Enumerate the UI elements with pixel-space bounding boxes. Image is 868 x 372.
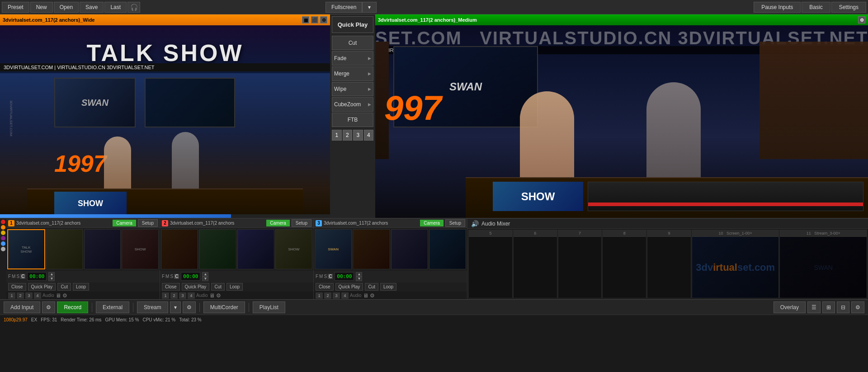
- stream-button[interactable]: Stream: [137, 301, 168, 313]
- cubezoom-button[interactable]: CubeZoom ▶: [332, 97, 373, 112]
- channel-3-thumb-2[interactable]: [353, 229, 390, 270]
- channel-1-settings-icon[interactable]: ⚙: [62, 292, 67, 299]
- fade-button[interactable]: Fade ▶: [332, 51, 373, 66]
- channel-1-setup-btn[interactable]: Setup: [138, 219, 158, 227]
- channel-3-thumb-1[interactable]: SWAN: [315, 229, 352, 270]
- channel-3-n4[interactable]: 4: [341, 292, 349, 299]
- channel-3-monitor-icon[interactable]: 🖥: [363, 292, 368, 299]
- channel-3-thumb-4[interactable]: [429, 229, 466, 270]
- open-button[interactable]: Open: [54, 2, 79, 13]
- last-button[interactable]: Last: [104, 2, 127, 13]
- multicorder-button[interactable]: MultiCorder: [203, 301, 245, 313]
- channel-3-n3[interactable]: 3: [333, 292, 340, 299]
- channel-1-thumb-1[interactable]: TALKSHOW: [7, 229, 45, 270]
- view-list-icon[interactable]: ☰: [807, 301, 821, 313]
- channel-1-n4[interactable]: 4: [34, 292, 41, 299]
- record-button[interactable]: Record: [57, 301, 88, 313]
- wipe-button[interactable]: Wipe ▶: [332, 82, 373, 96]
- channel-3-cut-btn[interactable]: Cut: [365, 283, 378, 291]
- channel-3-setup-btn[interactable]: Setup: [445, 219, 465, 227]
- add-input-button[interactable]: Add Input: [4, 301, 40, 313]
- channel-2-monitor-icon[interactable]: 🖥: [209, 292, 215, 299]
- channel-1-thumb-3[interactable]: [84, 229, 121, 270]
- channel-1-camera-btn[interactable]: Camera: [113, 220, 136, 226]
- view-grid-large-icon[interactable]: ⊟: [837, 301, 849, 313]
- channel-2-cut-btn[interactable]: Cut: [211, 283, 225, 291]
- channel-2-thumb-1[interactable]: [161, 229, 198, 270]
- channel-2-loop-btn[interactable]: Loop: [226, 283, 243, 291]
- save-button[interactable]: Save: [80, 2, 104, 13]
- channel-2-n2[interactable]: 2: [170, 292, 178, 299]
- channel-1-cut-btn[interactable]: Cut: [57, 283, 71, 291]
- color-purple[interactable]: [1, 236, 5, 240]
- channel-1-thumb-2[interactable]: [46, 229, 83, 270]
- playlist-button[interactable]: PlayList: [253, 301, 285, 313]
- channel-1-n1[interactable]: 1: [8, 292, 15, 299]
- channel-1-quickplay-btn[interactable]: Quick Play: [28, 283, 56, 291]
- fullscreen-button[interactable]: Fullscreen: [326, 2, 362, 13]
- channel-1-n2[interactable]: 2: [17, 292, 24, 299]
- channel-3-settings-icon[interactable]: ⚙: [370, 292, 375, 299]
- cut-button[interactable]: Cut: [332, 36, 373, 50]
- channel-3-tc-down[interactable]: ▼: [356, 277, 362, 281]
- headphone-button[interactable]: 🎧: [127, 2, 140, 13]
- channel-1-loop-btn[interactable]: Loop: [73, 283, 89, 291]
- overlay-button[interactable]: Overlay: [774, 301, 806, 313]
- view-settings-icon[interactable]: ⚙: [851, 301, 864, 313]
- num-4-button[interactable]: 4: [364, 130, 374, 141]
- color-orange[interactable]: [1, 225, 5, 230]
- stream-settings-icon[interactable]: ⚙: [183, 301, 196, 313]
- stream-arrow[interactable]: ▾: [170, 301, 181, 313]
- num-3-button[interactable]: 3: [353, 130, 363, 141]
- channel-2-thumb-2[interactable]: [199, 229, 236, 270]
- channel-2-n3[interactable]: 3: [179, 292, 186, 299]
- color-red[interactable]: [1, 220, 5, 224]
- channel-1-thumb-4[interactable]: SHOW: [122, 229, 159, 270]
- channel-3-close-btn[interactable]: Close: [316, 283, 334, 291]
- pause-inputs-button[interactable]: Pause Inputs: [754, 2, 801, 13]
- channel-3-camera-btn[interactable]: Camera: [420, 220, 443, 226]
- num-2-button[interactable]: 2: [343, 130, 353, 141]
- gear-icon-right[interactable]: ⚙: [858, 16, 865, 24]
- channel-3-tc-up[interactable]: ▲: [356, 272, 362, 277]
- ftb-button[interactable]: FTB: [332, 113, 373, 127]
- channel-2-tc-up[interactable]: ▲: [202, 272, 208, 277]
- external-button[interactable]: External: [96, 301, 129, 313]
- channel-3-n1[interactable]: 1: [316, 292, 323, 299]
- channel-3-loop-btn[interactable]: Loop: [380, 283, 396, 291]
- view-grid-small-icon[interactable]: ⊞: [822, 301, 835, 313]
- quick-play-button[interactable]: Quick Play: [332, 16, 373, 33]
- aspect-icon[interactable]: ⬛: [311, 16, 318, 24]
- gear-icon[interactable]: ⚙: [320, 16, 327, 24]
- channel-2-tc-down[interactable]: ▼: [202, 277, 208, 281]
- channel-2-settings-icon[interactable]: ⚙: [216, 292, 221, 299]
- color-yellow[interactable]: [1, 231, 5, 235]
- preset-button[interactable]: Preset: [2, 2, 29, 13]
- channel-2-n1[interactable]: 1: [162, 292, 169, 299]
- merge-button[interactable]: Merge ▶: [332, 66, 373, 81]
- add-input-settings-icon[interactable]: ⚙: [42, 301, 55, 313]
- channel-2-close-btn[interactable]: Close: [162, 283, 180, 291]
- channel-1-close-btn[interactable]: Close: [8, 283, 26, 291]
- grid-icon[interactable]: ▦: [302, 16, 309, 24]
- basic-button[interactable]: Basic: [802, 2, 830, 13]
- channel-1-n3[interactable]: 3: [25, 292, 33, 299]
- color-gray[interactable]: [1, 247, 5, 251]
- settings-button[interactable]: Settings: [831, 2, 866, 13]
- channel-2-n4[interactable]: 4: [188, 292, 195, 299]
- channel-1-tc-up[interactable]: ▲: [48, 272, 55, 277]
- channel-2-quickplay-btn[interactable]: Quick Play: [182, 283, 210, 291]
- num-1-button[interactable]: 1: [332, 130, 342, 141]
- channel-2-setup-btn[interactable]: Setup: [292, 219, 311, 227]
- color-blue[interactable]: [1, 241, 5, 246]
- fullscreen-arrow-button[interactable]: ▾: [362, 2, 377, 13]
- channel-3-quickplay-btn[interactable]: Quick Play: [335, 283, 363, 291]
- channel-1-monitor-icon[interactable]: 🖥: [56, 292, 61, 299]
- channel-3-n2[interactable]: 2: [324, 292, 331, 299]
- channel-3-thumb-3[interactable]: [391, 229, 428, 270]
- channel-1-tc-down[interactable]: ▼: [48, 277, 55, 281]
- channel-2-camera-btn[interactable]: Camera: [266, 220, 290, 226]
- new-button[interactable]: New: [30, 2, 53, 13]
- channel-2-thumb-3[interactable]: [237, 229, 274, 270]
- channel-2-thumb-4[interactable]: SHOW: [275, 229, 312, 270]
